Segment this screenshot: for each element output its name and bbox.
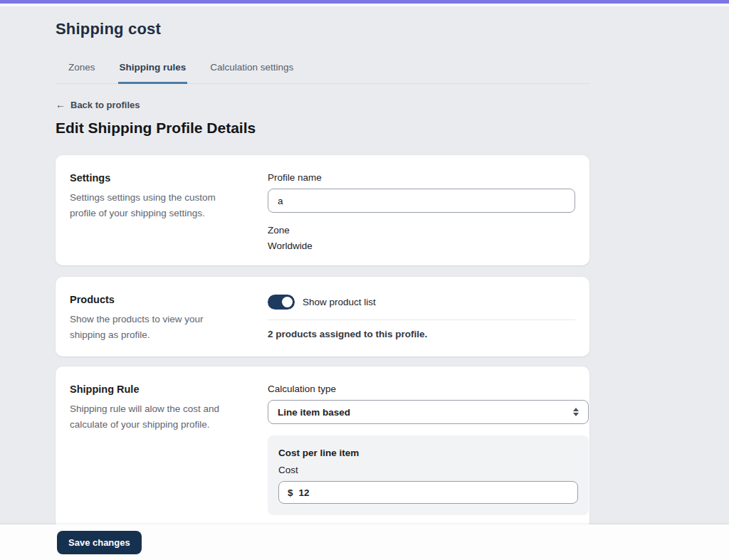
shipping-rule-card-fields: Calculation type Line item based Cost pe… [268,384,589,515]
cost-per-line-item-title: Cost per line item [278,448,578,458]
page-heading: Edit Shipping Profile Details [56,120,589,137]
calculation-type-label: Calculation type [268,384,589,394]
products-card-info: Products Show the products to view your … [70,294,255,342]
products-card-title: Products [70,294,255,305]
tab-zones[interactable]: Zones [67,58,97,84]
calculation-type-value: Line item based [278,407,350,418]
show-product-list-row: Show product list [268,295,575,310]
products-card-description: Show the products to view your shipping … [70,312,235,342]
cost-per-line-item-box: Cost per line item Cost $ [268,435,589,515]
shipping-rule-card-title: Shipping Rule [70,384,255,395]
profile-name-label: Profile name [268,172,575,183]
settings-card-title: Settings [70,172,255,184]
tab-bar: Zones Shipping rules Calculation setting… [56,58,589,84]
back-to-profiles-link[interactable]: ← Back to profiles [56,99,589,110]
settings-card-fields: Profile name Zone Worldwide [268,172,575,251]
products-card-fields: Show product list 2 products assigned to… [268,294,575,342]
products-assigned-text: 2 products assigned to this profile. [268,329,575,339]
save-changes-button[interactable]: Save changes [57,531,142,554]
toggle-knob-icon [282,297,293,307]
shipping-rule-card-info: Shipping Rule Shipping rule will alow th… [70,384,255,515]
back-link-label: Back to profiles [70,100,140,110]
show-product-list-label: Show product list [303,297,376,307]
save-bar: Save changes [0,524,729,560]
products-divider [268,319,575,320]
show-product-list-toggle[interactable] [268,295,295,310]
cost-label: Cost [278,465,578,475]
tab-shipping-rules[interactable]: Shipping rules [118,58,188,84]
currency-symbol: $ [288,487,293,498]
main-content: Shipping cost Zones Shipping rules Calcu… [56,20,589,529]
settings-card-description: Settings settings using the custom profi… [70,190,235,221]
left-arrow-icon: ← [56,99,65,110]
profile-name-input[interactable] [268,189,575,213]
settings-card-info: Settings Settings settings using the cus… [70,172,255,251]
tab-calculation-settings[interactable]: Calculation settings [209,58,295,84]
top-accent-strip [0,4,729,6]
up-down-stepper-icon [573,408,579,416]
products-card: Products Show the products to view your … [56,277,589,356]
cost-input[interactable] [299,487,569,498]
zone-label: Zone [268,225,575,236]
calculation-type-select[interactable]: Line item based [268,400,589,424]
shipping-rule-card: Shipping Rule Shipping rule will alow th… [56,366,589,529]
page-title: Shipping cost [56,20,589,38]
shipping-rule-card-description: Shipping rule will alow the cost and cal… [70,401,235,432]
cost-input-group: $ [278,481,578,504]
settings-card: Settings Settings settings using the cus… [56,155,589,265]
zone-value: Worldwide [268,241,575,251]
